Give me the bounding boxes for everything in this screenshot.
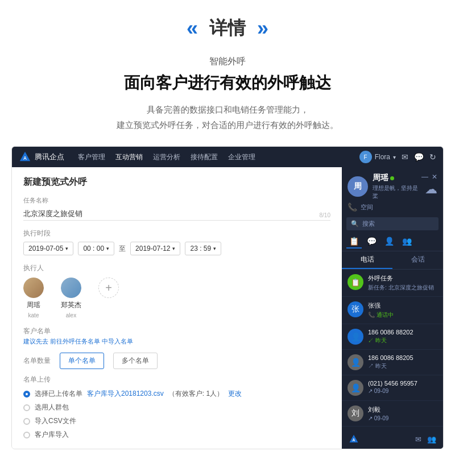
time-row: 2019-07-05 ▾ 00 : 00 ▾ 至 2019-07-12 ▾ 23…	[23, 242, 330, 255]
page-header: « 详情 »	[0, 0, 455, 50]
date-start-chevron: ▾	[65, 246, 68, 251]
chat-item-zhangqiang[interactable]: 张 张强 📞 通话中	[342, 297, 443, 324]
hero-desc-line1: 具备完善的数据接口和电销任务管理能力，	[34, 102, 421, 117]
time-start-chevron: ▾	[106, 246, 109, 251]
date-start-select[interactable]: 2019-07-05 ▾	[23, 242, 73, 255]
executor-alias-0: kate	[28, 312, 39, 318]
left-chevron-icon[interactable]: «	[187, 18, 198, 39]
task-bell-icon: 📋	[351, 278, 360, 287]
executor-name-0: 周瑶	[27, 300, 40, 310]
app-screenshot: A 腾讯企点 客户管理 互动营销 运营分析 接待配置 企业管理 F Flora …	[11, 146, 444, 449]
bottom-people-icon[interactable]: 👥	[427, 435, 436, 444]
hero-section: 智能外呼 面向客户进行有效的外呼触达 具备完善的数据接口和电销任务管理能力， 建…	[0, 50, 455, 146]
radio-dot-1[interactable]	[23, 391, 30, 398]
online-dot	[390, 176, 394, 180]
time-end-chevron: ▾	[213, 246, 216, 251]
chat-item-liuyi[interactable]: 刘 刘毅 ↗ 09-09	[342, 401, 443, 427]
liuyi-name: 刘毅	[368, 405, 437, 414]
form-panel: 新建预览式外呼 任务名称 8/10 执行时段 2019-07-05 ▾ 00 :…	[12, 167, 342, 449]
multi-list-button[interactable]: 多个名单	[113, 353, 158, 369]
date-end-select[interactable]: 2019-07-12 ▾	[130, 242, 180, 255]
num2-time: ↗ 昨天	[368, 362, 437, 370]
customer-list-label: 客户名单	[23, 326, 330, 336]
tab-group-icon[interactable]: 👥	[399, 235, 415, 249]
chat-tabs-row: 📋 💬 👤 👥	[342, 233, 443, 251]
app-logo-text: 腾讯企点	[35, 152, 64, 162]
radio-dot-3[interactable]	[23, 418, 30, 425]
liuyi-content: 刘毅 ↗ 09-09	[368, 405, 437, 421]
tab-user-icon[interactable]: 👤	[382, 235, 397, 249]
mail-icon[interactable]: ✉	[402, 152, 408, 162]
customer-section: 客户名单 建议先去 前往外呼任务名单 中导入名单	[23, 326, 330, 346]
time-start-value: 00 : 00	[83, 245, 104, 253]
customer-hint-prefix: 建议先去	[23, 338, 48, 345]
nav-item-customer[interactable]: 客户管理	[78, 152, 105, 162]
close-button[interactable]: ✕	[432, 173, 437, 181]
message-icon[interactable]: 💬	[414, 152, 424, 162]
date-start-value: 2019-07-05	[28, 245, 63, 253]
num2-number: 186 0086 88205	[368, 354, 437, 361]
chat-item-num3[interactable]: 👤 (021) 5456 95957 ↗ 09-09	[342, 375, 443, 401]
num1-number: 186 0086 88202	[368, 329, 437, 336]
phone-icon[interactable]: 📞	[348, 202, 357, 212]
nav-item-enterprise[interactable]: 企业管理	[228, 152, 255, 162]
chat-controls: — ✕	[421, 173, 437, 181]
executor-item-0: 周瑶 kate	[23, 278, 44, 318]
tab-chat-icon[interactable]: 💬	[364, 235, 379, 249]
upload-option-2: 选用人群包	[23, 403, 330, 412]
add-executor-item: +	[98, 278, 119, 318]
hero-subtitle: 智能外呼	[34, 56, 421, 68]
chat-task-content: 外呼任务 新任务: 北京深度之旅促销	[368, 274, 437, 292]
time-start-select[interactable]: 00 : 00 ▾	[78, 242, 114, 255]
minimize-button[interactable]: —	[421, 173, 428, 181]
bottom-icons: ✉ 👥	[415, 435, 436, 444]
person-icon-2: 👤	[351, 332, 361, 341]
single-list-button[interactable]: 单个名单	[60, 353, 104, 369]
bottom-mail-icon[interactable]: ✉	[415, 435, 421, 444]
nav-item-operations[interactable]: 运营分析	[153, 152, 180, 162]
subtab-session[interactable]: 会话	[392, 251, 443, 269]
space-label: 空间	[361, 203, 373, 212]
nav-item-reception[interactable]: 接待配置	[191, 152, 218, 162]
chat-phone-row: 📞 空间	[348, 202, 437, 212]
task-icon: 📋	[348, 274, 363, 290]
nav-item-marketing[interactable]: 互动营销	[115, 152, 143, 162]
customer-hint-link[interactable]: 前往外呼任务名单	[50, 338, 100, 345]
num1-time: ↙ 昨天	[368, 337, 437, 345]
to-label: 至	[119, 244, 126, 254]
executor-section: 执行人 周瑶 kate 郑英杰 alex	[23, 263, 330, 318]
person-icon-5: 刘	[351, 408, 359, 419]
chat-widget: 周 周瑶 理想是帆，坚持是桨	[342, 167, 443, 449]
chat-item-num1[interactable]: 👤 186 0086 88202 ↙ 昨天	[342, 324, 443, 350]
radio-dot-2[interactable]	[23, 404, 30, 411]
task-name-input[interactable]	[23, 207, 330, 221]
char-count: 8/10	[320, 212, 330, 218]
upload-opt1-link[interactable]: 客户库导入20181203.csv	[87, 389, 164, 399]
num2-content: 186 0086 88205 ↗ 昨天	[368, 354, 437, 370]
executor-name-1: 郑英杰	[61, 300, 81, 310]
upload-option-3: 导入CSV文件	[23, 416, 330, 426]
subtab-phone[interactable]: 电话	[342, 251, 392, 269]
app-navbar: A 腾讯企点 客户管理 互动营销 运营分析 接待配置 企业管理 F Flora …	[12, 147, 443, 167]
radio-dot-4[interactable]	[23, 432, 30, 438]
nav-user[interactable]: F Flora ▾	[359, 151, 396, 163]
executor-alias-1: alex	[66, 312, 76, 318]
person-icon-1: 张	[351, 304, 359, 314]
svg-text:A: A	[23, 156, 27, 161]
upload-opt1-prefix: 选择已上传名单	[35, 389, 82, 399]
refresh-icon[interactable]: ↻	[429, 152, 436, 162]
num1-icon: 👤	[348, 329, 363, 345]
chat-search[interactable]: 🔍 搜索	[346, 217, 439, 230]
add-executor-button[interactable]: +	[98, 278, 119, 298]
upload-opt1-change[interactable]: 更改	[228, 389, 242, 399]
search-icon: 🔍	[351, 220, 359, 227]
right-chevron-icon[interactable]: »	[257, 18, 268, 39]
tab-phone-icon[interactable]: 📋	[346, 235, 362, 249]
form-title: 新建预览式外呼	[23, 176, 330, 188]
time-end-select[interactable]: 23 : 59 ▾	[185, 242, 221, 255]
chat-item-num2[interactable]: 👤 186 0086 88205 ↗ 昨天	[342, 350, 443, 375]
upload-opt1-suffix: （有效客户: 1人）	[168, 389, 224, 399]
upload-option-1: 选择已上传名单 客户库导入20181203.csv （有效客户: 1人） 更改	[23, 389, 330, 399]
nav-items: 客户管理 互动营销 运营分析 接待配置 企业管理	[78, 152, 255, 162]
chat-item-task[interactable]: 📋 外呼任务 新任务: 北京深度之旅促销	[342, 270, 443, 297]
